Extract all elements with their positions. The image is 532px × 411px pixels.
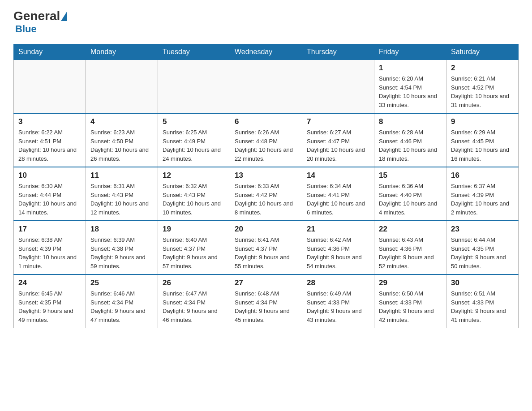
calendar-cell: 17Sunrise: 6:38 AMSunset: 4:39 PMDayligh… xyxy=(14,221,86,274)
day-number: 28 xyxy=(307,278,369,287)
calendar-cell: 12Sunrise: 6:32 AMSunset: 4:43 PMDayligh… xyxy=(158,167,230,221)
calendar-cell xyxy=(158,60,230,114)
day-info: Sunrise: 6:25 AMSunset: 4:49 PMDaylight:… xyxy=(163,128,225,163)
column-header-friday: Friday xyxy=(374,44,446,60)
calendar-cell: 11Sunrise: 6:31 AMSunset: 4:43 PMDayligh… xyxy=(86,167,158,221)
calendar-cell: 13Sunrise: 6:33 AMSunset: 4:42 PMDayligh… xyxy=(230,167,302,221)
calendar-cell: 4Sunrise: 6:23 AMSunset: 4:50 PMDaylight… xyxy=(86,113,158,167)
column-header-saturday: Saturday xyxy=(446,44,519,60)
day-number: 17 xyxy=(18,225,81,234)
calendar-cell: 5Sunrise: 6:25 AMSunset: 4:49 PMDaylight… xyxy=(158,113,230,167)
day-info: Sunrise: 6:20 AMSunset: 4:54 PMDaylight:… xyxy=(379,74,442,109)
calendar-header-row: SundayMondayTuesdayWednesdayThursdayFrid… xyxy=(14,44,519,60)
day-number: 16 xyxy=(451,171,514,180)
day-info: Sunrise: 6:32 AMSunset: 4:43 PMDaylight:… xyxy=(163,182,225,217)
calendar-cell: 3Sunrise: 6:22 AMSunset: 4:51 PMDaylight… xyxy=(14,113,86,167)
calendar-cell: 21Sunrise: 6:42 AMSunset: 4:36 PMDayligh… xyxy=(302,221,374,274)
day-number: 15 xyxy=(379,171,442,180)
calendar-cell: 1Sunrise: 6:20 AMSunset: 4:54 PMDaylight… xyxy=(374,60,446,114)
day-info: Sunrise: 6:31 AMSunset: 4:43 PMDaylight:… xyxy=(90,182,153,217)
day-number: 4 xyxy=(90,117,153,126)
day-info: Sunrise: 6:21 AMSunset: 4:52 PMDaylight:… xyxy=(451,74,514,109)
calendar-cell: 19Sunrise: 6:40 AMSunset: 4:37 PMDayligh… xyxy=(158,221,230,274)
page-header: General Blue xyxy=(13,9,519,35)
calendar-week-row: 24Sunrise: 6:45 AMSunset: 4:35 PMDayligh… xyxy=(14,274,519,328)
logo: General Blue xyxy=(13,9,68,35)
calendar-cell xyxy=(302,60,374,114)
day-info: Sunrise: 6:45 AMSunset: 4:35 PMDaylight:… xyxy=(18,289,81,324)
calendar-cell: 26Sunrise: 6:47 AMSunset: 4:34 PMDayligh… xyxy=(158,274,230,328)
calendar-cell: 22Sunrise: 6:43 AMSunset: 4:36 PMDayligh… xyxy=(374,221,446,274)
day-info: Sunrise: 6:41 AMSunset: 4:37 PMDaylight:… xyxy=(235,235,297,270)
day-number: 6 xyxy=(235,117,297,126)
day-number: 8 xyxy=(379,117,442,126)
day-info: Sunrise: 6:38 AMSunset: 4:39 PMDaylight:… xyxy=(18,235,81,270)
calendar-cell: 15Sunrise: 6:36 AMSunset: 4:40 PMDayligh… xyxy=(374,167,446,221)
day-info: Sunrise: 6:48 AMSunset: 4:34 PMDaylight:… xyxy=(235,289,297,324)
calendar-cell: 24Sunrise: 6:45 AMSunset: 4:35 PMDayligh… xyxy=(14,274,86,328)
calendar-cell xyxy=(86,60,158,114)
day-info: Sunrise: 6:50 AMSunset: 4:33 PMDaylight:… xyxy=(379,289,442,324)
day-number: 10 xyxy=(18,171,81,180)
day-info: Sunrise: 6:42 AMSunset: 4:36 PMDaylight:… xyxy=(307,235,369,270)
calendar-cell: 18Sunrise: 6:39 AMSunset: 4:38 PMDayligh… xyxy=(86,221,158,274)
day-number: 23 xyxy=(451,225,514,234)
calendar-cell: 25Sunrise: 6:46 AMSunset: 4:34 PMDayligh… xyxy=(86,274,158,328)
day-number: 9 xyxy=(451,117,514,126)
calendar-cell: 6Sunrise: 6:26 AMSunset: 4:48 PMDaylight… xyxy=(230,113,302,167)
calendar-cell: 2Sunrise: 6:21 AMSunset: 4:52 PMDaylight… xyxy=(446,60,519,114)
day-info: Sunrise: 6:22 AMSunset: 4:51 PMDaylight:… xyxy=(18,128,81,163)
column-header-sunday: Sunday xyxy=(14,44,86,60)
calendar-week-row: 17Sunrise: 6:38 AMSunset: 4:39 PMDayligh… xyxy=(14,221,519,274)
day-info: Sunrise: 6:40 AMSunset: 4:37 PMDaylight:… xyxy=(163,235,225,270)
day-info: Sunrise: 6:37 AMSunset: 4:39 PMDaylight:… xyxy=(451,182,514,217)
day-number: 29 xyxy=(379,278,442,287)
day-info: Sunrise: 6:49 AMSunset: 4:33 PMDaylight:… xyxy=(307,289,369,324)
column-header-tuesday: Tuesday xyxy=(158,44,230,60)
logo-triangle-icon xyxy=(61,11,67,21)
calendar-cell: 14Sunrise: 6:34 AMSunset: 4:41 PMDayligh… xyxy=(302,167,374,221)
day-info: Sunrise: 6:51 AMSunset: 4:33 PMDaylight:… xyxy=(451,289,514,324)
day-info: Sunrise: 6:29 AMSunset: 4:45 PMDaylight:… xyxy=(451,128,514,163)
day-number: 11 xyxy=(90,171,153,180)
calendar-cell: 9Sunrise: 6:29 AMSunset: 4:45 PMDaylight… xyxy=(446,113,519,167)
day-number: 22 xyxy=(379,225,442,234)
column-header-wednesday: Wednesday xyxy=(230,44,302,60)
day-number: 30 xyxy=(451,278,514,287)
calendar-week-row: 1Sunrise: 6:20 AMSunset: 4:54 PMDaylight… xyxy=(14,60,519,114)
day-number: 24 xyxy=(18,278,81,287)
calendar-week-row: 10Sunrise: 6:30 AMSunset: 4:44 PMDayligh… xyxy=(14,167,519,221)
calendar-cell xyxy=(230,60,302,114)
day-number: 20 xyxy=(235,225,297,234)
day-number: 13 xyxy=(235,171,297,180)
calendar-cell: 16Sunrise: 6:37 AMSunset: 4:39 PMDayligh… xyxy=(446,167,519,221)
calendar-cell: 27Sunrise: 6:48 AMSunset: 4:34 PMDayligh… xyxy=(230,274,302,328)
day-info: Sunrise: 6:36 AMSunset: 4:40 PMDaylight:… xyxy=(379,182,442,217)
day-info: Sunrise: 6:26 AMSunset: 4:48 PMDaylight:… xyxy=(235,128,297,163)
day-info: Sunrise: 6:33 AMSunset: 4:42 PMDaylight:… xyxy=(235,182,297,217)
calendar-cell: 7Sunrise: 6:27 AMSunset: 4:47 PMDaylight… xyxy=(302,113,374,167)
day-number: 21 xyxy=(307,225,369,234)
day-info: Sunrise: 6:39 AMSunset: 4:38 PMDaylight:… xyxy=(90,235,153,270)
day-info: Sunrise: 6:28 AMSunset: 4:46 PMDaylight:… xyxy=(379,128,442,163)
calendar-cell: 20Sunrise: 6:41 AMSunset: 4:37 PMDayligh… xyxy=(230,221,302,274)
day-info: Sunrise: 6:23 AMSunset: 4:50 PMDaylight:… xyxy=(90,128,153,163)
day-info: Sunrise: 6:27 AMSunset: 4:47 PMDaylight:… xyxy=(307,128,369,163)
logo-blue-text: Blue xyxy=(15,23,37,34)
calendar-cell: 28Sunrise: 6:49 AMSunset: 4:33 PMDayligh… xyxy=(302,274,374,328)
calendar-cell xyxy=(14,60,86,114)
day-number: 26 xyxy=(163,278,225,287)
day-number: 14 xyxy=(307,171,369,180)
calendar-week-row: 3Sunrise: 6:22 AMSunset: 4:51 PMDaylight… xyxy=(14,113,519,167)
day-info: Sunrise: 6:43 AMSunset: 4:36 PMDaylight:… xyxy=(379,235,442,270)
day-info: Sunrise: 6:46 AMSunset: 4:34 PMDaylight:… xyxy=(90,289,153,324)
calendar-cell: 8Sunrise: 6:28 AMSunset: 4:46 PMDaylight… xyxy=(374,113,446,167)
day-number: 3 xyxy=(18,117,81,126)
logo-general-text: General xyxy=(13,9,60,23)
day-number: 25 xyxy=(90,278,153,287)
calendar-cell: 10Sunrise: 6:30 AMSunset: 4:44 PMDayligh… xyxy=(14,167,86,221)
day-number: 18 xyxy=(90,225,153,234)
day-number: 7 xyxy=(307,117,369,126)
day-number: 12 xyxy=(163,171,225,180)
day-info: Sunrise: 6:47 AMSunset: 4:34 PMDaylight:… xyxy=(163,289,225,324)
